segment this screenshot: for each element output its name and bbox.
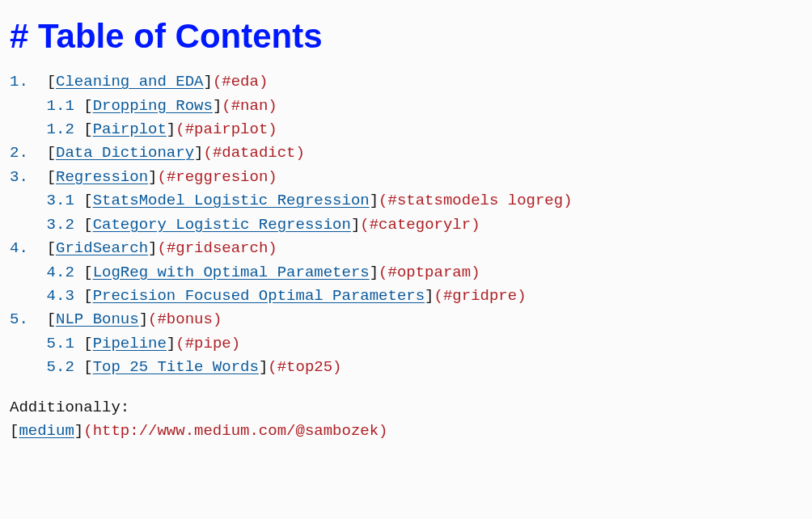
toc-number: 3. — [10, 168, 28, 186]
bracket-open: [ — [47, 144, 56, 162]
bracket-close: ] — [259, 358, 268, 376]
toc-number: 1.2 — [47, 120, 74, 138]
paren-close: ) — [259, 73, 268, 91]
bracket-open: [ — [83, 216, 92, 234]
toc-row[interactable]: 4. [GridSearch](#gridsearch) — [10, 237, 802, 260]
page-title: # Table of Contents — [10, 10, 802, 62]
bracket-open: [ — [83, 120, 92, 138]
paren-open: ( — [379, 264, 387, 281]
bracket-open: [ — [83, 335, 92, 352]
bracket-open: [ — [10, 422, 19, 440]
bracket-close: ] — [74, 422, 83, 440]
medium-link-text[interactable]: medium — [19, 422, 74, 440]
toc-anchor: #optparam — [388, 264, 472, 281]
bracket-open: [ — [83, 287, 92, 305]
toc-link-text[interactable]: Pipeline — [93, 335, 167, 352]
paren-open: ( — [379, 192, 387, 209]
toc-row[interactable]: 4.3 [Precision Focused Optimal Parameter… — [10, 285, 802, 308]
toc-row[interactable]: 5.1 [Pipeline](#pipe) — [10, 332, 802, 356]
paren-close: ) — [563, 192, 572, 209]
paren-open: ( — [176, 120, 184, 138]
toc-anchor: #gridpre — [443, 287, 517, 305]
bracket-close: ] — [148, 168, 157, 186]
paren-close: ) — [268, 168, 277, 186]
paren-close: ) — [471, 216, 480, 234]
bracket-close: ] — [148, 239, 157, 257]
paren-close: ) — [231, 335, 240, 352]
toc-number: 4. — [10, 239, 28, 257]
toc-row[interactable]: 1. [Cleaning and EDA](#eda) — [10, 70, 802, 94]
toc-anchor: #top25 — [277, 358, 332, 376]
paren-open: ( — [148, 310, 157, 328]
bracket-close: ] — [194, 144, 203, 162]
toc-anchor: #reggresion — [167, 168, 268, 186]
paren-open: ( — [157, 239, 166, 257]
toc-link-text[interactable]: Top 25 Title Words — [93, 358, 259, 376]
bracket-close: ] — [167, 335, 176, 352]
toc-link-text[interactable]: Dropping Rows — [93, 97, 213, 115]
paren-close: ) — [268, 120, 277, 138]
bracket-close: ] — [370, 192, 379, 209]
paren-open: ( — [213, 73, 222, 91]
toc-anchor: #pipe — [185, 335, 231, 352]
toc-number: 5.2 — [47, 358, 74, 376]
toc-link-text[interactable]: Data Dictionary — [56, 144, 194, 162]
toc-row[interactable]: 1.2 [Pairplot](#pairplot) — [10, 118, 802, 141]
toc-anchor: #eda — [222, 73, 259, 91]
bracket-open: [ — [83, 192, 92, 209]
footer: Additionally: [medium](http://www.medium… — [10, 396, 802, 444]
toc-row[interactable]: 2. [Data Dictionary](#datadict) — [10, 141, 802, 165]
toc-link-text[interactable]: Cleaning and EDA — [56, 73, 203, 91]
toc-link-text[interactable]: Precision Focused Optimal Parameters — [93, 287, 425, 305]
additionally-label: Additionally: — [10, 396, 802, 420]
toc-link-text[interactable]: StatsModel Logistic Regression — [93, 192, 370, 209]
paren-open: ( — [222, 97, 230, 115]
toc-link-text[interactable]: Regression — [56, 168, 148, 186]
paren-open: ( — [360, 216, 369, 234]
toc-anchor: #datadict — [213, 144, 296, 162]
toc-link-text[interactable]: Category Logistic Regression — [93, 216, 351, 234]
toc-link-text[interactable]: Pairplot — [93, 120, 167, 138]
toc-anchor: #categorylr — [370, 216, 471, 234]
paren-open: ( — [83, 422, 92, 440]
medium-link-row[interactable]: [medium](http://www.medium.com/@sambozek… — [10, 420, 802, 443]
toc-link-text[interactable]: GridSearch — [56, 239, 148, 257]
toc-anchor: #pairplot — [185, 120, 269, 138]
bracket-open: [ — [83, 97, 92, 115]
medium-url: http://www.medium.com/@sambozek — [93, 422, 379, 440]
toc-anchor: #gridsearch — [167, 239, 268, 257]
paren-close: ) — [296, 144, 305, 162]
bracket-open: [ — [47, 168, 56, 186]
toc-row[interactable]: 3.1 [StatsModel Logistic Regression](#st… — [10, 189, 802, 213]
toc-anchor: #statsmodels logreg — [388, 192, 564, 209]
toc-number: 2. — [10, 144, 28, 162]
bracket-close: ] — [167, 120, 176, 138]
bracket-close: ] — [139, 310, 148, 328]
toc: 1. [Cleaning and EDA](#eda) 1.1 [Droppin… — [10, 70, 802, 380]
toc-number: 5. — [10, 310, 28, 328]
toc-link-text[interactable]: LogReg with Optimal Parameters — [93, 264, 370, 281]
toc-link-text[interactable]: NLP Bonus — [56, 310, 139, 328]
toc-row[interactable]: 1.1 [Dropping Rows](#nan) — [10, 95, 802, 118]
toc-number: 3.1 — [47, 192, 74, 209]
paren-open: ( — [157, 168, 166, 186]
toc-row[interactable]: 3.2 [Category Logistic Regression](#cate… — [10, 213, 802, 237]
bracket-open: [ — [47, 73, 56, 91]
toc-number: 5.1 — [47, 335, 74, 352]
bracket-close: ] — [203, 73, 212, 91]
bracket-close: ] — [213, 97, 222, 115]
bracket-open: [ — [47, 239, 56, 257]
paren-close: ) — [268, 97, 277, 115]
bracket-close: ] — [370, 264, 379, 281]
bracket-open: [ — [83, 264, 92, 281]
toc-row[interactable]: 4.2 [LogReg with Optimal Parameters](#op… — [10, 261, 802, 285]
bracket-close: ] — [425, 287, 433, 305]
toc-row[interactable]: 3. [Regression](#reggresion) — [10, 166, 802, 189]
toc-row[interactable]: 5.2 [Top 25 Title Words](#top25) — [10, 356, 802, 379]
bracket-open: [ — [83, 358, 92, 376]
toc-number: 1.1 — [47, 97, 74, 115]
bracket-close: ] — [351, 216, 360, 234]
toc-row[interactable]: 5. [NLP Bonus](#bonus) — [10, 308, 802, 331]
paren-open: ( — [434, 287, 443, 305]
toc-number: 1. — [10, 73, 28, 91]
